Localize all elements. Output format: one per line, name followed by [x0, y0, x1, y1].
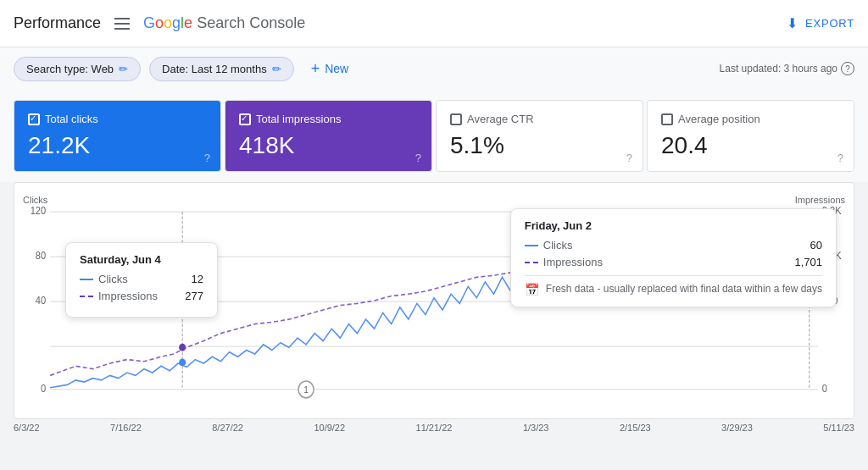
- svg-text:0: 0: [41, 383, 46, 395]
- search-type-label: Search type: Web: [26, 63, 114, 75]
- logo-o2: o: [164, 14, 172, 31]
- search-type-filter[interactable]: Search type: Web ✏: [14, 57, 141, 81]
- avg-ctr-checkbox[interactable]: [450, 113, 462, 125]
- tooltip-left-impressions-legend: Impressions: [80, 290, 158, 302]
- x-label-4: 11/21/22: [416, 423, 453, 433]
- tooltip-left-clicks-value: 12: [192, 273, 203, 285]
- avg-ctr-card[interactable]: Average CTR 5.1% ?: [436, 100, 643, 172]
- tooltip-right-clicks-legend: Clicks: [525, 239, 573, 252]
- tooltip-left-clicks-legend: Clicks: [80, 273, 128, 285]
- x-label-7: 3/29/23: [721, 423, 753, 433]
- impressions-line-indicator: [80, 296, 93, 297]
- total-clicks-help-icon[interactable]: ?: [204, 152, 210, 164]
- tooltip-left-clicks-row: Clicks 12: [80, 273, 203, 285]
- metrics-row: Total clicks 21.2K ? Total impressions 4…: [0, 90, 868, 182]
- y-axis-left-label: Clicks: [23, 195, 47, 205]
- plus-icon: +: [311, 60, 320, 78]
- svg-text:0: 0: [822, 383, 827, 395]
- tooltip-right-clicks-row: Clicks 60: [525, 239, 822, 252]
- date-label: Date: Last 12 months: [162, 63, 267, 75]
- header: Performance Google Search Console ⬇ EXPO…: [0, 0, 868, 47]
- hamburger-menu[interactable]: [114, 18, 130, 30]
- avg-position-help-icon[interactable]: ?: [837, 152, 843, 164]
- svg-point-16: [179, 358, 186, 366]
- svg-text:40: 40: [36, 295, 46, 307]
- x-label-3: 10/9/22: [314, 423, 345, 433]
- avg-ctr-help-icon[interactable]: ?: [626, 152, 632, 164]
- x-label-6: 2/15/23: [620, 423, 651, 433]
- last-updated-info-icon[interactable]: ?: [841, 62, 854, 75]
- avg-position-checkbox[interactable]: [661, 113, 673, 125]
- tooltip-left-impressions-value: 277: [185, 290, 203, 302]
- clicks-line-indicator: [80, 279, 93, 280]
- total-impressions-card[interactable]: Total impressions 418K ?: [225, 100, 432, 172]
- avg-ctr-label: Average CTR: [450, 113, 629, 125]
- x-axis: 6/3/22 7/16/22 8/27/22 10/9/22 11/21/22 …: [0, 419, 868, 433]
- tooltip-right-impressions-legend: Impressions: [525, 256, 603, 268]
- svg-text:80: 80: [36, 250, 46, 262]
- tooltip-left-date: Saturday, Jun 4: [80, 253, 203, 266]
- y-axis-right-label: Impressions: [795, 195, 845, 205]
- total-clicks-label: Total clicks: [28, 113, 207, 125]
- app-container: Performance Google Search Console ⬇ EXPO…: [0, 0, 868, 470]
- tooltip-right-impressions-value: 1,701: [794, 256, 822, 268]
- fresh-data-notice: 📅 Fresh data - usually replaced with fin…: [525, 283, 822, 296]
- x-label-5: 1/3/23: [523, 423, 549, 433]
- total-impressions-help-icon[interactable]: ?: [415, 152, 421, 164]
- download-icon: ⬇: [787, 15, 798, 31]
- edit-search-type-icon: ✏: [119, 63, 128, 75]
- new-button[interactable]: + New: [303, 55, 358, 83]
- tooltip-right: Friday, Jun 2 Clicks 60 Impressions 1,70…: [510, 208, 837, 307]
- page-title: Performance: [14, 14, 101, 32]
- x-label-2: 8/27/22: [212, 423, 243, 433]
- filter-bar: Search type: Web ✏ Date: Last 12 months …: [0, 47, 868, 90]
- svg-point-17: [179, 344, 186, 351]
- total-impressions-checkbox[interactable]: [239, 113, 251, 125]
- total-clicks-card[interactable]: Total clicks 21.2K ?: [14, 100, 221, 172]
- x-label-0: 6/3/22: [14, 423, 40, 433]
- svg-text:1: 1: [303, 384, 309, 395]
- x-label-1: 7/16/22: [110, 423, 142, 433]
- logo-o1: o: [155, 14, 164, 31]
- tooltip-right-impressions-row: Impressions 1,701: [525, 256, 822, 268]
- avg-position-label: Average position: [661, 113, 840, 125]
- avg-position-card[interactable]: Average position 20.4 ?: [647, 100, 854, 172]
- calendar-icon: 📅: [525, 283, 539, 296]
- export-button[interactable]: ⬇ EXPORT: [787, 15, 854, 31]
- svg-text:120: 120: [31, 205, 46, 217]
- avg-ctr-value: 5.1%: [450, 132, 629, 159]
- clicks-line-indicator-right: [525, 245, 538, 246]
- date-filter[interactable]: Date: Last 12 months ✏: [149, 57, 294, 81]
- google-logo: Google Search Console: [143, 14, 305, 32]
- last-updated-label: Last updated: 3 hours ago ?: [720, 62, 854, 75]
- avg-position-value: 20.4: [661, 132, 840, 159]
- tooltip-left: Saturday, Jun 4 Clicks 12 Impressions 27…: [65, 242, 218, 318]
- chart-area: Clicks Impressions 120 80 40 0 2.3K 1.5K…: [14, 182, 854, 419]
- logo-G: G: [143, 14, 155, 31]
- total-clicks-value: 21.2K: [28, 132, 207, 159]
- impressions-line-indicator-right: [525, 262, 538, 263]
- logo-e: e: [184, 14, 192, 31]
- product-name: Search Console: [192, 14, 305, 32]
- total-impressions-label: Total impressions: [239, 113, 418, 125]
- logo-g: g: [172, 14, 181, 31]
- total-impressions-value: 418K: [239, 132, 418, 159]
- edit-date-icon: ✏: [272, 63, 281, 75]
- total-clicks-checkbox[interactable]: [28, 113, 40, 125]
- tooltip-right-clicks-value: 60: [810, 239, 822, 252]
- tooltip-right-date: Friday, Jun 2: [525, 219, 822, 232]
- x-label-8: 5/11/23: [823, 423, 854, 433]
- tooltip-left-impressions-row: Impressions 277: [80, 290, 203, 302]
